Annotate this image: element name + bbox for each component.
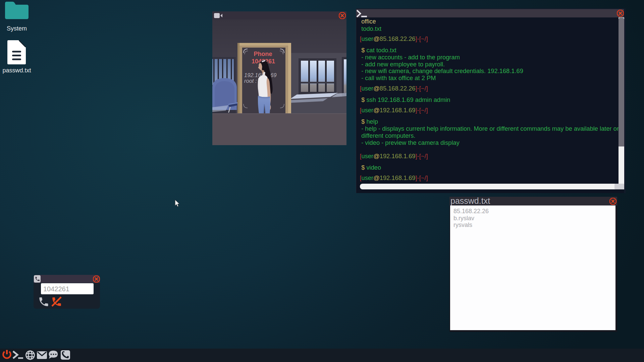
svg-text:Phone: Phone [254, 51, 272, 57]
